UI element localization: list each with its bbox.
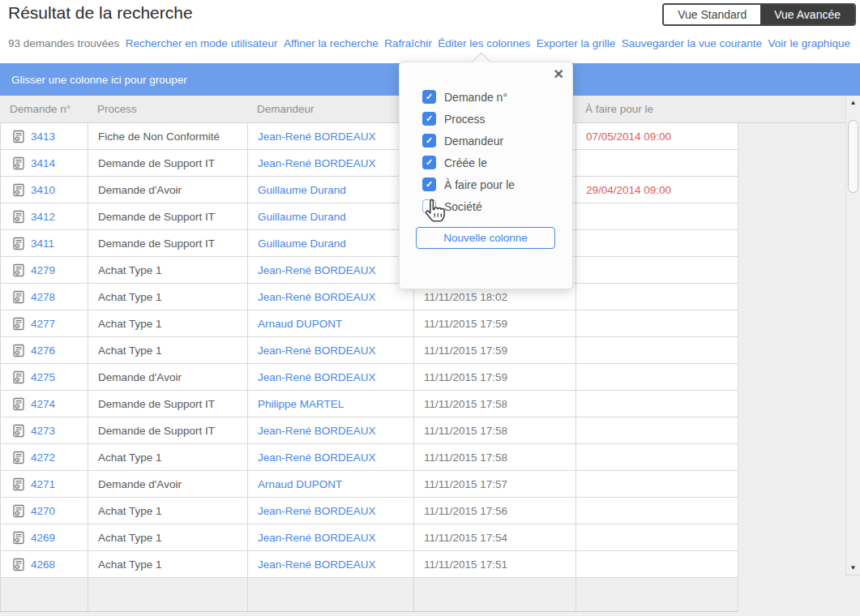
demande-link[interactable]: 4277 [1, 310, 88, 336]
demandeur-link[interactable]: Jean-René BORDEAUX [248, 257, 414, 283]
table-row[interactable]: 4277 Achat Type 1 Arnaud DUPONT 11/11/20… [0, 310, 738, 337]
column-header-a-faire[interactable]: À faire pour le [575, 96, 738, 122]
demande-number[interactable]: 4277 [31, 318, 55, 330]
vertical-scrollbar[interactable]: ▲ ▼ [845, 96, 860, 575]
demandeur-link[interactable]: Jean-René BORDEAUX [248, 364, 414, 390]
demande-link[interactable]: 3414 [1, 150, 88, 176]
demande-number[interactable]: 3410 [31, 184, 55, 196]
demande-link[interactable]: 4273 [1, 417, 88, 443]
table-row[interactable]: 3413 Fiche de Non Conformité Jean-René B… [0, 123, 738, 150]
new-column-button[interactable]: Nouvelle colonne [416, 227, 555, 249]
demandeur-link[interactable]: Jean-René BORDEAUX [248, 337, 414, 363]
column-header-demandeur[interactable]: Demandeur [247, 96, 413, 122]
table-row[interactable]: 4276 Achat Type 1 Jean-René BORDEAUX 11/… [0, 337, 738, 364]
scroll-down-icon[interactable]: ▼ [846, 564, 860, 571]
checkbox-icon[interactable]: ✓ [422, 90, 436, 104]
demande-link[interactable]: 4271 [1, 471, 88, 497]
demande-number[interactable]: 4271 [31, 478, 55, 490]
table-row[interactable]: 4269 Achat Type 1 Jean-René BORDEAUX 11/… [0, 524, 738, 551]
demande-number[interactable]: 4279 [31, 264, 55, 276]
scroll-up-icon[interactable]: ▲ [846, 99, 860, 106]
view-standard-button[interactable]: Vue Standard [664, 5, 760, 24]
toolbar-link-1[interactable]: Rechercher en mode utilisateur [126, 37, 278, 49]
demande-number[interactable]: 3413 [31, 130, 55, 143]
checkbox-icon[interactable]: ✓ [422, 112, 436, 126]
demande-number[interactable]: 4274 [31, 398, 55, 410]
checkbox-icon[interactable]: ✓ [422, 156, 436, 169]
toolbar-link-2[interactable]: Affiner la recherche [284, 37, 379, 49]
view-advanced-button[interactable]: Vue Avancée [760, 5, 854, 24]
toolbar-link-5[interactable]: Exporter la grille [537, 37, 616, 49]
demandeur-link[interactable]: Jean-René BORDEAUX [248, 551, 414, 577]
demandeur-link[interactable]: Jean-René BORDEAUX [248, 444, 414, 470]
demandeur-link[interactable]: Jean-René BORDEAUX [248, 150, 414, 176]
column-checkbox-row[interactable]: ✓ Créée le [422, 152, 515, 173]
table-row[interactable]: 4275 Demande d'Avoir Jean-René BORDEAUX … [0, 364, 738, 391]
a-faire-cell [576, 417, 738, 443]
demandeur-link[interactable]: Jean-René BORDEAUX [248, 524, 414, 550]
demande-link[interactable]: 4272 [1, 444, 88, 470]
demande-number[interactable]: 4272 [31, 451, 55, 464]
demande-number[interactable]: 3414 [31, 157, 55, 169]
toolbar-link-6[interactable]: Sauvegarder la vue courante [622, 37, 762, 49]
demandeur-link[interactable]: Jean-René BORDEAUX [248, 417, 414, 443]
table-row[interactable]: 4274 Demande de Support IT Philippe MART… [0, 391, 738, 417]
demandeur-link[interactable]: Guillaume Durand [248, 230, 414, 256]
column-header-process[interactable]: Process [88, 96, 247, 122]
demande-number[interactable]: 3412 [31, 211, 55, 223]
column-checkbox-row[interactable]: ✓ Demande n° [422, 86, 515, 108]
column-header-demande[interactable]: Demande n° [0, 96, 88, 122]
demandeur-link[interactable]: Philippe MARTEL [248, 391, 414, 417]
demande-link[interactable]: 4279 [1, 257, 88, 283]
demande-link[interactable]: 4274 [1, 391, 88, 417]
demande-number[interactable]: 4270 [31, 505, 55, 517]
demande-link[interactable]: 3413 [1, 123, 88, 149]
demande-number[interactable]: 4273 [31, 425, 55, 437]
close-icon[interactable]: ✕ [554, 66, 564, 82]
table-row[interactable]: 4270 Achat Type 1 Jean-René BORDEAUX 11/… [0, 498, 738, 524]
demandeur-link[interactable]: Jean-René BORDEAUX [248, 123, 414, 149]
demande-link[interactable]: 4278 [1, 284, 88, 310]
table-row[interactable]: 4273 Demande de Support IT Jean-René BOR… [0, 417, 738, 444]
demande-link[interactable]: 3410 [1, 177, 88, 203]
table-row[interactable]: 4268 Achat Type 1 Jean-René BORDEAUX 11/… [0, 551, 738, 578]
table-row[interactable]: 3411 Demande de Support IT Guillaume Dur… [0, 230, 738, 257]
demandeur-link[interactable]: Guillaume Durand [248, 177, 414, 203]
table-row[interactable]: 3412 Demande de Support IT Guillaume Dur… [0, 203, 738, 230]
demande-number[interactable]: 4268 [31, 558, 55, 571]
demande-link[interactable]: 4270 [1, 498, 88, 524]
demande-number[interactable]: 4275 [31, 371, 55, 383]
toolbar-link-7[interactable]: Voir le graphique [768, 37, 850, 49]
table-row[interactable]: 3414 Demande de Support IT Jean-René BOR… [0, 150, 738, 177]
column-checkbox-row[interactable]: ✓ Process [422, 108, 515, 130]
toolbar-link-4[interactable]: Éditer les colonnes [438, 37, 530, 49]
table-row[interactable]: 4271 Demande d'Avoir Arnaud DUPONT 11/11… [0, 471, 738, 498]
demande-number[interactable]: 4276 [31, 344, 55, 357]
checkbox-icon[interactable]: ✓ [422, 134, 436, 148]
demande-number[interactable]: 4269 [31, 532, 55, 544]
column-checkbox-row[interactable]: ✓ Demandeur [422, 130, 515, 152]
toolbar-link-3[interactable]: Rafraîchir [384, 37, 432, 49]
table-row[interactable]: 4279 Achat Type 1 Jean-René BORDEAUX [0, 257, 738, 284]
demande-number[interactable]: 4278 [31, 291, 55, 303]
column-checkbox-row[interactable]: ✓ À faire pour le [422, 173, 515, 195]
demande-link[interactable]: 4269 [1, 524, 88, 550]
demandeur-link[interactable]: Arnaud DUPONT [248, 310, 414, 336]
column-checkbox-row[interactable]: Société [422, 195, 515, 217]
scrollbar-thumb[interactable] [848, 120, 858, 193]
demande-link[interactable]: 3412 [1, 203, 88, 229]
table-row[interactable]: 3410 Demande d'Avoir Guillaume Durand 29… [0, 177, 738, 203]
table-row[interactable]: 4272 Achat Type 1 Jean-René BORDEAUX 11/… [0, 444, 738, 471]
demande-link[interactable]: 4276 [1, 337, 88, 363]
demandeur-link[interactable]: Jean-René BORDEAUX [248, 284, 414, 310]
demande-link[interactable]: 4275 [1, 364, 88, 390]
demandeur-link[interactable]: Arnaud DUPONT [248, 471, 414, 497]
table-row[interactable]: 4278 Achat Type 1 Jean-René BORDEAUX 11/… [0, 284, 738, 310]
checkbox-icon[interactable]: ✓ [422, 178, 436, 191]
demande-link[interactable]: 4268 [1, 551, 88, 577]
demandeur-link[interactable]: Jean-René BORDEAUX [248, 498, 414, 524]
demande-number[interactable]: 3411 [31, 237, 54, 250]
checkbox-icon[interactable] [422, 199, 436, 213]
demande-link[interactable]: 3411 [1, 230, 88, 256]
demandeur-link[interactable]: Guillaume Durand [248, 203, 414, 229]
